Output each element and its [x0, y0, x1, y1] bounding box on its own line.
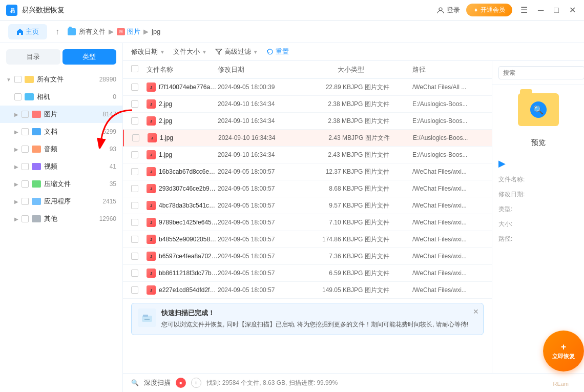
sidebar-item-all-files[interactable]: ▼ 所有文件 28990	[0, 71, 122, 88]
expand-arrow-apps: ▶	[14, 199, 18, 204]
up-button[interactable]: ↑	[51, 25, 64, 38]
maximize-button[interactable]: □	[552, 6, 561, 15]
jpg-icon: J	[147, 99, 156, 109]
row-checkbox[interactable]	[131, 236, 138, 243]
jpg-icon: J	[147, 167, 156, 176]
table-row[interactable]: J4bc78da3b3c541c6a274... 2024-09-05 18:0…	[123, 197, 492, 214]
row-checkbox[interactable]	[131, 202, 138, 209]
jpg-icon: J	[148, 133, 157, 142]
login-button[interactable]: 登录	[436, 6, 460, 15]
sidebar-item-camera[interactable]: 相机 0	[0, 88, 122, 106]
table-row[interactable]: Je227e1cd854dfd2fd5a7... 2024-09-05 18:0…	[123, 282, 492, 299]
row-checkbox[interactable]	[131, 151, 138, 158]
arrow-size: ▼	[202, 49, 207, 55]
breadcrumb-jpg[interactable]: jpg	[152, 28, 160, 35]
preview-area: 🔍 预览 ▶ 文件名称: 修改日期:	[492, 85, 584, 373]
table-row[interactable]: J2.jpg 2024-09-10 16:34:34 2.38 MB JPG 图…	[123, 96, 492, 113]
table-row[interactable]: J1.jpg 2024-09-10 16:34:34 2.43 MB JPG 图…	[123, 147, 492, 163]
sidebar-item-images[interactable]: ▶ 图片 8147	[0, 106, 122, 123]
table-row[interactable]: Jb6597ce4fea8a7029e34... 2024-09-05 18:0…	[123, 248, 492, 265]
sidebar-item-docs[interactable]: ▶ 文档 5299	[0, 123, 122, 140]
sidebar-item-apps[interactable]: ▶ 应用程序 2415	[0, 193, 122, 210]
row-checkbox[interactable]	[131, 84, 138, 91]
jpg-icon: J	[147, 285, 156, 295]
camera-icon	[25, 93, 34, 100]
header-filename: 文件名称	[147, 65, 218, 74]
row-checkbox[interactable]	[131, 219, 138, 226]
filter-date[interactable]: 修改日期 ▼	[131, 47, 165, 56]
jpg-icon: J	[147, 252, 156, 261]
tab-type[interactable]: 类型	[62, 49, 117, 65]
checkbox-apps[interactable]	[22, 198, 29, 205]
table-row[interactable]: J9789bec1425fe64566bd... 2024-09-05 18:0…	[123, 214, 492, 231]
scan-stop-button[interactable]: ■	[176, 378, 186, 388]
checkbox-audio[interactable]	[22, 146, 29, 153]
checkbox-other[interactable]	[22, 215, 29, 222]
checkbox-camera[interactable]	[14, 93, 22, 100]
notif-close-button[interactable]: ✕	[473, 307, 479, 316]
minimize-button[interactable]: ─	[536, 6, 546, 15]
row-checkbox[interactable]	[131, 100, 138, 108]
scan-status: 找到: 29584 个文件, 8.63 GB, 扫描进度: 99.99%	[206, 379, 338, 387]
home-button[interactable]: 主页	[8, 24, 47, 39]
titlebar-left: 易 易兴数据恢复	[6, 5, 65, 16]
table-row[interactable]: J293d307c46ce2b94dc0... 2024-09-05 18:00…	[123, 180, 492, 197]
table-row[interactable]: J16b3cab67d8cc6e3628... 2024-09-05 18:00…	[123, 163, 492, 180]
table-row[interactable]: Jf7f140074ebe776a4c4f7... 2024-09-05 18:…	[123, 79, 492, 96]
table-row[interactable]: Jbb8611218f3dc77b5dc... 2024-09-05 18:00…	[123, 265, 492, 282]
menu-button[interactable]: ☰	[518, 5, 530, 15]
jpg-icon: J	[147, 201, 156, 210]
vip-button[interactable]: ✦ 开通会员	[466, 4, 512, 16]
scan-pause-button[interactable]: ⏸	[191, 378, 201, 388]
row-checkbox[interactable]	[131, 253, 138, 260]
search-input[interactable]	[498, 66, 584, 79]
expand-arrow-zip: ▶	[14, 181, 18, 187]
navbar: 主页 ↑ 所有文件 ▶ 图 图片 ▶ jpg	[0, 20, 584, 43]
meta-filename: 文件名称:	[498, 175, 578, 184]
table-row-highlighted[interactable]: J1.jpg 2024-09-10 16:34:34 2.43 MB JPG 图…	[123, 130, 492, 147]
svg-text:易: 易	[10, 8, 15, 13]
sidebar-item-video[interactable]: ▶ 视频 41	[0, 158, 122, 175]
reset-button[interactable]: 重置	[266, 47, 289, 56]
titlebar: 易 易兴数据恢复 登录 ✦ 开通会员 ☰ ─ □ ✕	[0, 0, 584, 20]
row-checkbox[interactable]	[132, 134, 139, 141]
checkbox-zip[interactable]	[22, 180, 29, 188]
tab-directory[interactable]: 目录	[6, 49, 60, 65]
restore-button[interactable]: + 立即恢复	[543, 331, 584, 372]
breadcrumb-all-files[interactable]: 所有文件	[79, 27, 106, 36]
filter-size[interactable]: 文件大小 ▼	[173, 47, 207, 56]
checkbox-images[interactable]	[22, 111, 29, 118]
sidebar-item-zip[interactable]: ▶ 压缩文件 35	[0, 175, 122, 193]
breadcrumb-images[interactable]: 图 图片	[117, 27, 140, 36]
checkbox-video[interactable]	[22, 163, 29, 170]
preview-expand-arrow[interactable]: ▶	[498, 158, 506, 169]
row-checkbox[interactable]	[131, 286, 138, 294]
sidebar-item-other[interactable]: ▶ 其他 12960	[0, 210, 122, 228]
filter-advanced[interactable]: 高级过滤 ▼	[215, 47, 258, 56]
sidebar-item-audio[interactable]: ▶ 音频 93	[0, 140, 122, 158]
row-checkbox[interactable]	[131, 270, 138, 277]
audio-icon	[32, 146, 41, 153]
checkbox-docs[interactable]	[22, 128, 29, 135]
sidebar: 目录 类型 ▼ 所有文件 28990 相机 0 ▶ 图片 8147	[0, 43, 123, 392]
folder-search-icon: 🔍	[530, 101, 547, 118]
expand-arrow-images: ▶	[14, 112, 18, 117]
apps-icon	[32, 198, 41, 205]
expand-arrow-video: ▶	[14, 164, 18, 170]
magnifier-icon: 🔍	[131, 379, 139, 386]
table-row[interactable]: J2.jpg 2024-09-10 16:34:34 2.38 MB JPG 图…	[123, 113, 492, 130]
label-audio: 音频	[44, 145, 107, 154]
other-icon	[32, 215, 41, 222]
row-checkbox[interactable]	[131, 117, 138, 125]
header-checkbox[interactable]	[131, 65, 147, 74]
table-header: 文件名称 修改日期 大小 类型 路径	[123, 61, 492, 79]
row-checkbox[interactable]	[131, 168, 138, 175]
expand-arrow-docs: ▶	[14, 129, 18, 135]
notif-title: 快速扫描已完成！	[161, 308, 477, 318]
checkbox-all-files[interactable]	[14, 76, 22, 83]
restore-label: 立即恢复	[552, 353, 575, 360]
table-row[interactable]: Jb48552e90902058da9c... 2024-09-05 18:00…	[123, 231, 492, 248]
preview-folder-icon: 🔍	[518, 93, 559, 126]
row-checkbox[interactable]	[131, 185, 138, 192]
close-button[interactable]: ✕	[567, 5, 578, 15]
